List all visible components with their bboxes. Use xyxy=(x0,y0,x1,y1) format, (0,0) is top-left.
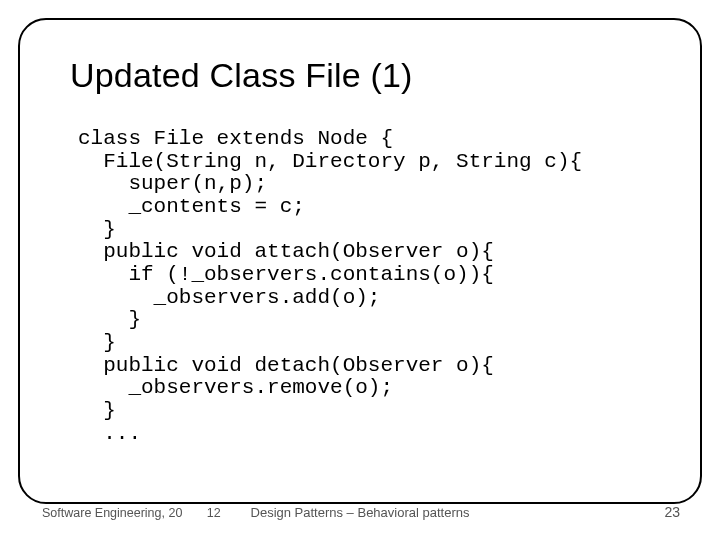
code-block: class File extends Node { File(String n,… xyxy=(78,128,700,445)
slide-title: Updated Class File (1) xyxy=(70,56,413,95)
footer-page: 23 xyxy=(664,504,680,520)
slide: Updated Class File (1) class File extend… xyxy=(0,0,720,540)
footer-center: Design Patterns – Behavioral patterns xyxy=(0,505,720,520)
